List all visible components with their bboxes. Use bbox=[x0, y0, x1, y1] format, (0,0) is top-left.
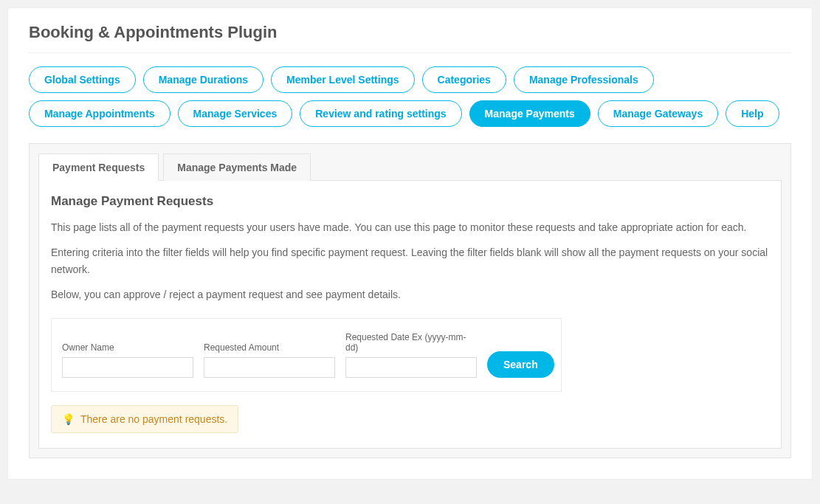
filter-box: Owner Name Requested Amount Requested Da… bbox=[51, 318, 562, 392]
lightbulb-icon: 💡 bbox=[62, 413, 75, 425]
tab-manage-payments-made[interactable]: Manage Payments Made bbox=[163, 153, 311, 181]
page-title: Booking & Appointments Plugin bbox=[29, 23, 791, 42]
pill-manage-durations[interactable]: Manage Durations bbox=[143, 66, 263, 93]
panel: Payment Requests Manage Payments Made Ma… bbox=[29, 143, 791, 458]
pill-help[interactable]: Help bbox=[726, 100, 779, 127]
pill-manage-services[interactable]: Manage Services bbox=[178, 100, 293, 127]
pill-manage-payments[interactable]: Manage Payments bbox=[469, 100, 590, 127]
pill-member-level-settings[interactable]: Member Level Settings bbox=[271, 66, 415, 93]
pill-review-rating-settings[interactable]: Review and rating settings bbox=[300, 100, 461, 127]
page-card: Booking & Appointments Plugin Global Set… bbox=[7, 7, 813, 480]
description-3: Below, you can approve / reject a paymen… bbox=[51, 286, 769, 303]
description-2: Entering criteria into the filter fields… bbox=[51, 244, 769, 277]
pill-global-settings[interactable]: Global Settings bbox=[29, 66, 136, 93]
divider bbox=[29, 52, 791, 53]
notice-empty: 💡 There are no payment requests. bbox=[51, 405, 238, 433]
owner-name-input[interactable] bbox=[62, 357, 193, 378]
tab-body: Manage Payment Requests This page lists … bbox=[38, 180, 782, 449]
pill-manage-appointments[interactable]: Manage Appointments bbox=[29, 100, 170, 127]
nav-pills: Global Settings Manage Durations Member … bbox=[29, 66, 791, 127]
tab-payment-requests[interactable]: Payment Requests bbox=[38, 153, 159, 181]
pill-manage-gateways[interactable]: Manage Gateways bbox=[598, 100, 718, 127]
requested-date-input[interactable] bbox=[345, 357, 477, 378]
requested-amount-input[interactable] bbox=[204, 357, 335, 378]
tabs: Payment Requests Manage Payments Made bbox=[38, 153, 782, 180]
filter-owner-name: Owner Name bbox=[62, 342, 193, 378]
pill-categories[interactable]: Categories bbox=[422, 66, 506, 93]
description-1: This page lists all of the payment reque… bbox=[51, 219, 769, 235]
filter-requested-amount: Requested Amount bbox=[204, 342, 335, 378]
search-button[interactable]: Search bbox=[487, 351, 554, 378]
filter-requested-date: Requested Date Ex (yyyy-mm-dd) bbox=[345, 332, 477, 378]
requested-amount-label: Requested Amount bbox=[204, 342, 335, 353]
requested-date-label: Requested Date Ex (yyyy-mm-dd) bbox=[345, 332, 477, 353]
pill-manage-professionals[interactable]: Manage Professionals bbox=[514, 66, 654, 93]
section-title: Manage Payment Requests bbox=[51, 194, 769, 209]
owner-name-label: Owner Name bbox=[62, 342, 193, 353]
notice-message: There are no payment requests. bbox=[80, 413, 227, 425]
